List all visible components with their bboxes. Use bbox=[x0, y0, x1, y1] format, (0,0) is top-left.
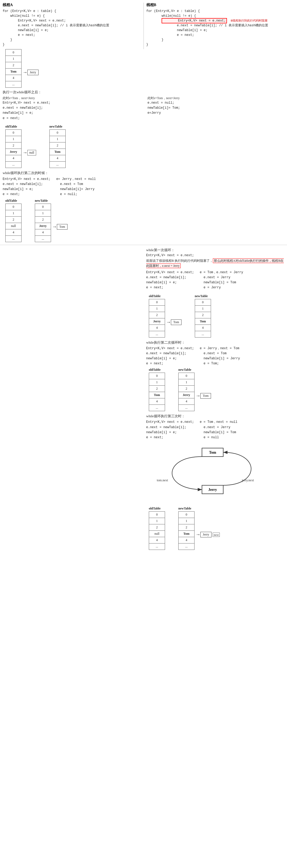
next-label-rs3: next bbox=[213, 533, 220, 537]
arrow-rs3-new: → bbox=[196, 532, 200, 537]
rs1-new-label: newTable bbox=[195, 294, 211, 298]
s1-right-states: e.next = null; newTable[i]= Tom; e=Jerry bbox=[148, 100, 284, 116]
rs3-old-table: 0 1 2 null 4 ... bbox=[149, 512, 165, 550]
code-comment: B线程执行到此行代码时阻塞 bbox=[231, 19, 267, 22]
null-box-s1: null bbox=[27, 150, 36, 155]
s1-new-table: 0 1 2 Tom 4 ... bbox=[50, 129, 66, 168]
rs1-title: while第一次循环： bbox=[146, 248, 284, 252]
right-col-title: 线程B bbox=[147, 3, 285, 7]
row-tom: Tom bbox=[6, 68, 22, 75]
tom-next-label: tom.next bbox=[157, 478, 168, 482]
s2-states: Entry<K,V> next = e.next; e= Jerry，next … bbox=[3, 177, 284, 197]
rs1-note-b: 执行到此行代码时阻塞了， bbox=[174, 259, 213, 262]
rs1-new-table-block: newTable 0 1 2 Tom 4 ... bbox=[195, 294, 211, 338]
s2-new-table-block: newTable 0 1 2 Jerry 4 ... → Tom bbox=[35, 199, 67, 242]
s1-old-table-block: oldTable 0 1 2 Jerry 4 ... → null bbox=[5, 125, 36, 168]
jerry-node-initial: Jerry bbox=[27, 70, 38, 75]
tom-label-diagram: Tom bbox=[209, 451, 216, 455]
tom-rs2: Tom bbox=[200, 393, 211, 399]
rs1-note1: Entry<K,V> next = e.next; bbox=[146, 253, 194, 257]
s2-old-label: oldTable bbox=[5, 199, 22, 203]
s2-old-table: 0 1 2 null 4 ... bbox=[5, 204, 22, 242]
rs1-new-table: 0 1 2 Tom 4 ... bbox=[195, 299, 211, 338]
rs2-new-table-block: newTable 0 1 2 Jerry 4 ... → Tom bbox=[178, 368, 211, 411]
s1-new-table-block: newTable 0 1 2 Tom 4 ... bbox=[50, 125, 66, 168]
right-col-code: for (Entry<K,V> e : table) { while(null … bbox=[147, 9, 285, 47]
rs2-old-label: oldTable bbox=[149, 368, 165, 372]
rs3-old-label: oldTable bbox=[149, 506, 165, 510]
row-0: 0 bbox=[6, 50, 22, 56]
rs3-old-table-block: oldTable 0 1 2 null 4 ... bbox=[149, 506, 165, 550]
s1-right-label: 此时e=Tom，next=Jerry bbox=[148, 96, 284, 100]
row-1: 1 bbox=[6, 56, 22, 62]
s1-left-states: Entry<K,V> next = e.next; e.next = newTa… bbox=[3, 100, 139, 121]
rs1-old-table-block: oldTable 0 1 2 Jerry 4 ... → Tom bbox=[149, 294, 182, 338]
section1-title: 执行一次while循环之后： bbox=[3, 90, 284, 95]
rs2-new-table: 0 1 2 Jerry 4 ... bbox=[178, 373, 194, 411]
s2-new-label: newTable bbox=[35, 199, 67, 203]
s1-new-label: newTable bbox=[50, 125, 66, 129]
highlighted-code-line: Entry<K,V> next = e.next; bbox=[162, 18, 227, 23]
rs2-title: while执行第二次循环时： bbox=[146, 340, 284, 345]
jerry-rs3: Jerry bbox=[200, 532, 212, 537]
rs3-states: Entry<K,V> next = e.next; e = Tom，next =… bbox=[146, 420, 284, 440]
rs1-state-left: Entry<K,V> next = e.next; e = Tom，e.next… bbox=[146, 270, 284, 290]
arrow-s2-new: → bbox=[52, 224, 57, 229]
s2-new-table: 0 1 2 Jerry 4 ... bbox=[35, 204, 51, 242]
s2-old-table-block: oldTable 0 1 2 null 4 ... bbox=[5, 199, 22, 242]
arrow-s1-old: → bbox=[23, 150, 27, 155]
rs3-new-label: newTable bbox=[178, 506, 220, 510]
left-col-title: 线程A bbox=[3, 3, 141, 7]
row-2: 2 bbox=[6, 62, 22, 68]
jerry-next-label: jerry.next bbox=[242, 478, 254, 482]
rs2-old-table: 0 1 2 Tom 4 ... bbox=[149, 373, 165, 411]
rs2-states: Entry<K,V> next = e.next; e = Jerry，next… bbox=[146, 346, 284, 367]
initial-table: 0 1 2 Tom 4 ... bbox=[5, 49, 22, 88]
cycle-diagram: Tom Jerry tom.next jerry.next bbox=[149, 443, 282, 504]
arrow-rs2-new: → bbox=[196, 393, 200, 399]
arrow-rs1-old: → bbox=[166, 319, 171, 325]
rs1-old-table: 0 1 2 Jerry 4 ... bbox=[149, 299, 165, 338]
s1-old-label: oldTable bbox=[5, 125, 36, 129]
jerry-label-diagram: Jerry bbox=[208, 488, 217, 492]
row-4: 4 bbox=[6, 75, 22, 81]
arrow-tom-jerry: → bbox=[23, 70, 27, 75]
rs3-new-table: 0 1 2 Tom 4 ... bbox=[178, 512, 194, 550]
s1-old-table: 0 1 2 Jerry 4 ... bbox=[5, 129, 22, 168]
row-dots: ... bbox=[6, 81, 22, 88]
rs2-new-label: newTable bbox=[178, 368, 211, 372]
left-col-code: for (Entry<K,V> e : table) { while(null … bbox=[3, 9, 141, 47]
section2-title: while循环执行第二次的时候： bbox=[3, 170, 284, 176]
tom-node-s2: Tom bbox=[57, 224, 67, 229]
rs3-title: while循环执行第三次时： bbox=[146, 414, 284, 418]
rs1-old-label: oldTable bbox=[149, 294, 182, 298]
tom-rs1: Tom bbox=[171, 319, 182, 325]
rs1-note-prefix: 前面说了假设线程B bbox=[146, 259, 174, 262]
rs3-new-table-block: newTable 0 1 2 Tom 4 ... → Jerry next bbox=[178, 506, 220, 550]
s1-left-label: 此时e=Tom，next=Jerry bbox=[3, 96, 139, 100]
rs2-old-table-block: oldTable 0 1 2 Tom 4 ... bbox=[149, 368, 165, 411]
